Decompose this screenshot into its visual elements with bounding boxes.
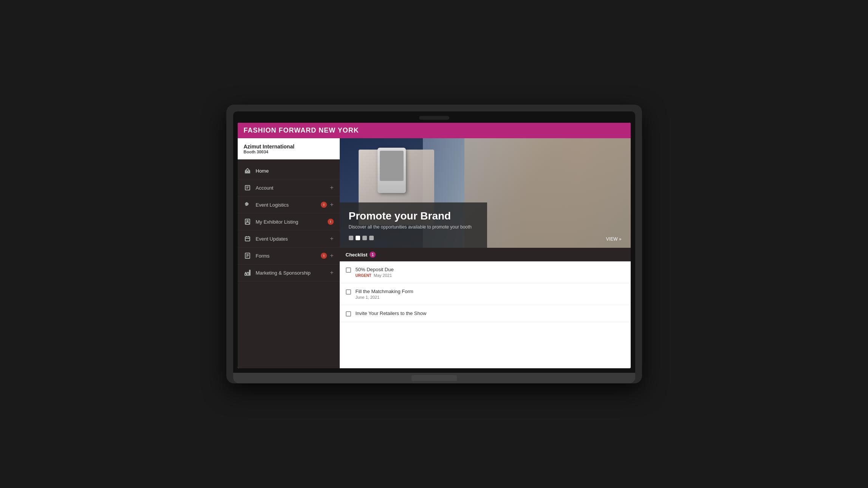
svg-rect-16 (249, 270, 250, 275)
company-name: Azimut International (244, 144, 334, 150)
marketing-plus[interactable]: + (330, 269, 333, 276)
event-logistics-plus[interactable]: + (330, 201, 333, 208)
hero-dot-2[interactable] (356, 236, 360, 240)
hero-view-link[interactable]: VIEW » (606, 236, 622, 242)
checklist-item-3-content: Invite Your Retailers to the Show (356, 310, 625, 316)
checklist-header: Checklist 1 (340, 248, 631, 261)
company-booth: Booth 30034 (244, 150, 334, 154)
account-label: Account (256, 185, 327, 191)
hero-dots (349, 236, 478, 240)
checklist-title: Checklist (346, 252, 368, 258)
app-body: Azimut International Booth 30034 (238, 138, 631, 368)
checklist-item-3-title: Invite Your Retailers to the Show (356, 310, 625, 316)
camera-notch (419, 116, 449, 120)
checklist-count: 1 (370, 252, 376, 258)
home-icon (244, 167, 251, 175)
hero-dot-1[interactable] (349, 236, 353, 240)
account-icon (244, 184, 251, 191)
svg-rect-1 (248, 171, 249, 172)
sidebar-item-marketing-sponsorship[interactable]: Marketing & Sponsorship + (238, 264, 340, 281)
main-content: Promote your Brand Discover all the oppo… (340, 138, 631, 368)
app-title: FASHION FORWARD NEW YORK (244, 127, 359, 134)
forms-label: Forms (256, 253, 319, 259)
event-updates-icon (244, 235, 251, 242)
screen-bezel: FASHION FORWARD NEW YORK Azimut Internat… (233, 111, 635, 373)
hero-subtitle: Discover all the opportunities available… (349, 224, 478, 230)
laptop-screen: FASHION FORWARD NEW YORK Azimut Internat… (238, 123, 631, 368)
checklist-item-2-content: Fill the Matchmaking Form June 1, 2021 (356, 289, 625, 300)
svg-rect-15 (247, 272, 249, 275)
checklist-checkbox-1[interactable] (346, 267, 351, 273)
marketing-icon (244, 269, 251, 276)
checklist-item-2-date: June 1, 2021 (356, 295, 380, 300)
hero-dot-3[interactable] (362, 236, 367, 240)
laptop-base (233, 373, 635, 383)
hero-people-right (464, 138, 631, 248)
hero-banner: Promote your Brand Discover all the oppo… (340, 138, 631, 248)
marketing-label: Marketing & Sponsorship (256, 270, 327, 276)
svg-point-8 (247, 220, 248, 222)
checklist-checkbox-2[interactable] (346, 289, 351, 295)
svg-rect-14 (245, 273, 246, 275)
app-header: FASHION FORWARD NEW YORK (238, 123, 631, 138)
checklist-item-2-title: Fill the Matchmaking Form (356, 289, 625, 294)
checklist-item-1-date: May 2021 (374, 273, 392, 278)
sidebar-item-event-updates[interactable]: Event Updates + (238, 230, 340, 247)
exhibitor-listing-label: My Exhibitor Listing (256, 219, 325, 225)
home-label: Home (256, 168, 334, 174)
hero-title: Promote your Brand (349, 210, 478, 222)
sidebar-item-forms[interactable]: Forms ! + (238, 247, 340, 264)
sidebar-company: Azimut International Booth 30034 (238, 138, 340, 159)
event-logistics-icon (244, 201, 251, 208)
sidebar-nav: Home (238, 159, 340, 368)
hero-overlay: Promote your Brand Discover all the oppo… (340, 202, 487, 248)
app-container: FASHION FORWARD NEW YORK Azimut Internat… (238, 123, 631, 368)
checklist-item-3: Invite Your Retailers to the Show (340, 305, 631, 322)
trackpad (412, 375, 457, 381)
hero-dot-4[interactable] (369, 236, 374, 240)
sidebar-item-exhibitor-listing[interactable]: My Exhibitor Listing ! (238, 213, 340, 230)
exhibitor-listing-badge: ! (328, 219, 334, 225)
svg-point-17 (245, 272, 246, 273)
event-updates-label: Event Updates (256, 236, 327, 242)
checklist-item-2-meta: June 1, 2021 (356, 295, 625, 300)
forms-badge: ! (321, 253, 327, 259)
exhibitor-listing-icon (244, 218, 251, 225)
checklist-item-1: 50% Deposit Due URGENT May 2021 (340, 261, 631, 283)
sidebar: Azimut International Booth 30034 (238, 138, 340, 368)
checklist-section: Checklist 1 50% Deposit Due URGENT (340, 248, 631, 368)
svg-rect-0 (246, 171, 247, 172)
svg-rect-9 (245, 237, 250, 241)
checklist-item-1-title: 50% Deposit Due (356, 267, 625, 272)
sidebar-item-home[interactable]: Home (238, 162, 340, 179)
hero-phone (378, 148, 406, 193)
checklist-item-1-meta: URGENT May 2021 (356, 273, 625, 278)
forms-icon (244, 252, 251, 259)
checklist-item-1-urgent: URGENT (356, 273, 371, 278)
event-updates-plus[interactable]: + (330, 235, 333, 242)
svg-point-6 (246, 204, 247, 204)
event-logistics-badge: ! (321, 202, 327, 208)
forms-plus[interactable]: + (330, 252, 333, 259)
sidebar-item-account[interactable]: Account + (238, 179, 340, 196)
sidebar-item-event-logistics[interactable]: Event Logistics ! + (238, 196, 340, 213)
checklist-item-1-content: 50% Deposit Due URGENT May 2021 (356, 267, 625, 278)
checklist-checkbox-3[interactable] (346, 311, 351, 317)
checklist-item-2: Fill the Matchmaking Form June 1, 2021 (340, 283, 631, 305)
account-plus[interactable]: + (330, 184, 333, 191)
laptop-frame: FASHION FORWARD NEW YORK Azimut Internat… (226, 105, 642, 383)
event-logistics-label: Event Logistics (256, 202, 319, 208)
